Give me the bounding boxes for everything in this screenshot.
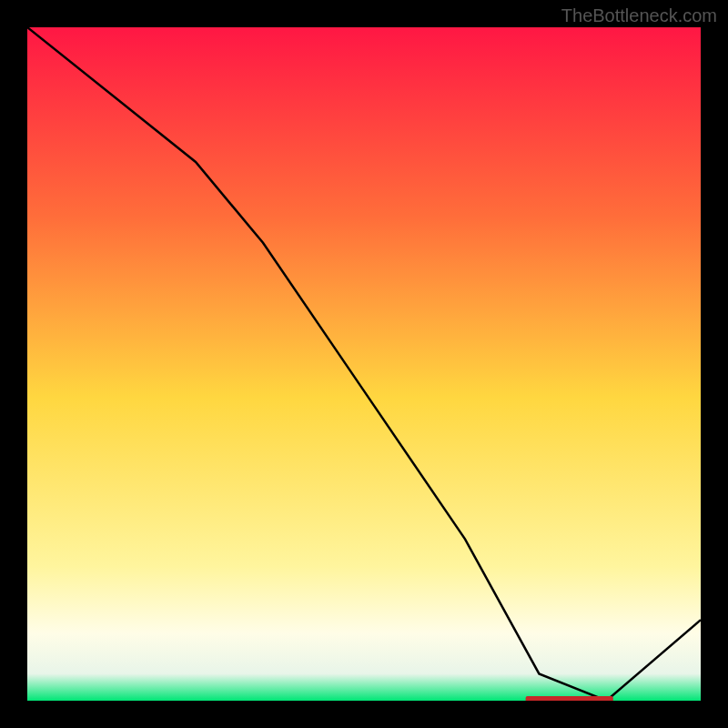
svg-rect-1: [526, 696, 613, 701]
bottleneck-curve: [27, 27, 701, 701]
watermark-text: TheBottleneck.com: [561, 5, 717, 26]
plot-area: [27, 27, 701, 701]
